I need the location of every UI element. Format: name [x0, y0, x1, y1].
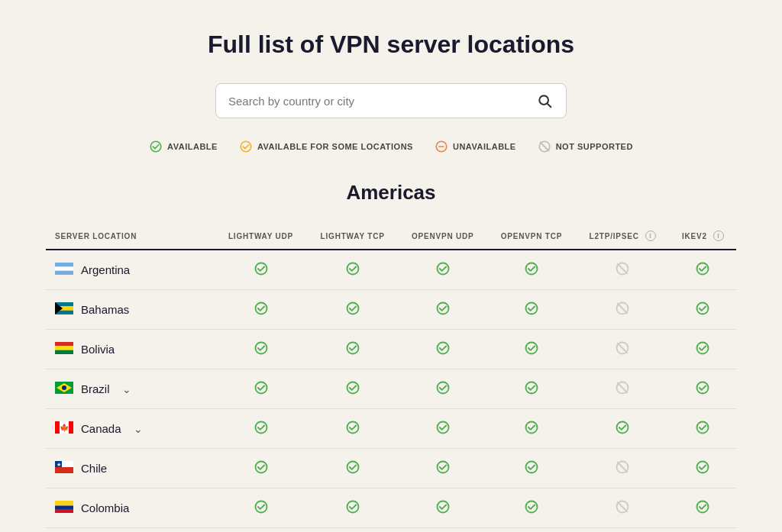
flag-icon — [55, 302, 73, 317]
table-row: Brazil ⌄ — [46, 369, 736, 409]
check-icon — [435, 499, 451, 514]
flag-icon — [55, 382, 73, 396]
cell-ikev2 — [670, 488, 736, 528]
table-row: Bolivia — [46, 330, 736, 369]
cell-openvpn_udp — [398, 250, 487, 290]
cell-openvpn_udp — [398, 330, 487, 369]
col-openvpn-udp: OPENVPN UDP — [398, 223, 487, 250]
check-icon — [254, 261, 269, 276]
not-supported-icon — [615, 459, 630, 475]
ikev2-info-icon[interactable]: i — [713, 231, 724, 241]
svg-point-24 — [525, 303, 537, 314]
check-icon — [695, 420, 710, 435]
svg-point-56 — [617, 422, 629, 434]
expand-chevron[interactable]: ⌄ — [134, 423, 143, 435]
flag-icon: ★ — [55, 461, 73, 476]
country-cell: 🍁 Canada ⌄ — [46, 409, 215, 449]
country-cell: Bahamas — [46, 290, 215, 330]
legend-some-icon — [239, 140, 253, 153]
country-name: Argentina — [81, 263, 130, 276]
svg-point-31 — [255, 343, 267, 354]
cell-openvpn_udp — [398, 409, 487, 449]
country-info: Bolivia — [55, 342, 205, 356]
cell-lightway_tcp — [307, 250, 399, 290]
cell-lightway_tcp — [307, 290, 399, 330]
svg-point-55 — [525, 422, 537, 434]
svg-point-72 — [255, 501, 267, 513]
cell-openvpn_udp — [398, 290, 487, 330]
country-cell: Bolivia — [46, 330, 215, 369]
col-lightway-udp: LIGHTWAY UDP — [215, 223, 307, 250]
svg-point-75 — [525, 501, 537, 513]
cell-l2tp — [576, 369, 670, 409]
svg-text:★: ★ — [57, 462, 61, 467]
check-icon — [524, 420, 539, 435]
svg-rect-30 — [55, 350, 73, 354]
table-row: Colombia — [46, 488, 736, 528]
legend: AVAILABLE AVAILABLE FOR SOME LOCATIONS U… — [46, 140, 736, 153]
check-icon — [435, 340, 451, 356]
check-icon — [435, 301, 451, 316]
cell-ikev2 — [670, 528, 736, 533]
svg-point-27 — [697, 303, 709, 314]
country-name: Bahamas — [81, 303, 129, 316]
svg-point-2 — [150, 141, 161, 152]
svg-point-11 — [347, 263, 358, 275]
l2tp-info-icon[interactable]: i — [645, 231, 656, 241]
vpn-table: SERVER LOCATION LIGHTWAY UDP LIGHTWAY TC… — [46, 223, 736, 532]
not-supported-icon — [615, 380, 630, 395]
svg-point-53 — [347, 422, 358, 434]
svg-point-64 — [437, 462, 448, 473]
cell-openvpn_udp — [398, 528, 487, 533]
table-row: Costa Rica — [46, 528, 736, 533]
legend-unavailable-icon — [435, 140, 448, 153]
svg-point-43 — [437, 382, 448, 394]
col-lightway-tcp: LIGHTWAY TCP — [307, 223, 399, 250]
cell-openvpn_udp — [398, 488, 487, 528]
check-icon — [254, 459, 269, 475]
table-row: 🍁 Canada ⌄ — [46, 409, 736, 449]
cell-ikev2 — [670, 330, 736, 369]
col-openvpn-tcp: OPENVPN TCP — [487, 223, 576, 250]
svg-point-34 — [525, 343, 537, 354]
svg-point-37 — [697, 343, 709, 354]
check-icon — [695, 301, 710, 316]
svg-point-63 — [347, 462, 358, 473]
cell-openvpn_tcp — [487, 330, 576, 369]
cell-ikev2 — [670, 449, 736, 488]
table-row: ★ Chile — [46, 449, 736, 488]
table-row: Argentina — [46, 250, 736, 290]
country-info: 🍁 Canada ⌄ — [55, 421, 205, 436]
svg-rect-69 — [55, 501, 73, 506]
cell-lightway_udp — [215, 488, 307, 528]
cell-lightway_udp — [215, 369, 307, 409]
cell-l2tp — [576, 449, 670, 488]
svg-rect-70 — [55, 506, 73, 510]
search-button[interactable] — [535, 92, 554, 110]
cell-l2tp — [576, 528, 670, 533]
cell-l2tp — [576, 409, 670, 449]
cell-ikev2 — [670, 250, 736, 290]
search-input[interactable] — [228, 95, 528, 108]
check-icon — [254, 420, 269, 435]
svg-rect-29 — [55, 346, 73, 350]
col-location: SERVER LOCATION — [46, 223, 215, 250]
cell-l2tp — [576, 250, 670, 290]
svg-line-67 — [618, 463, 628, 472]
svg-point-22 — [347, 303, 358, 314]
check-icon — [345, 340, 360, 356]
country-cell: Argentina — [46, 250, 215, 290]
country-info: Colombia — [55, 501, 205, 515]
check-icon — [524, 459, 539, 475]
svg-text:🍁: 🍁 — [60, 423, 69, 433]
country-cell: Brazil ⌄ — [46, 369, 215, 409]
check-icon — [345, 261, 360, 276]
cell-openvpn_tcp — [487, 528, 576, 533]
expand-chevron[interactable]: ⌄ — [122, 383, 131, 395]
country-cell: ★ Chile — [46, 449, 215, 488]
check-icon — [695, 459, 710, 475]
check-icon — [524, 380, 539, 395]
check-icon — [345, 459, 360, 475]
svg-line-77 — [618, 502, 628, 512]
col-ikev2: IKEV2 i — [670, 223, 736, 250]
